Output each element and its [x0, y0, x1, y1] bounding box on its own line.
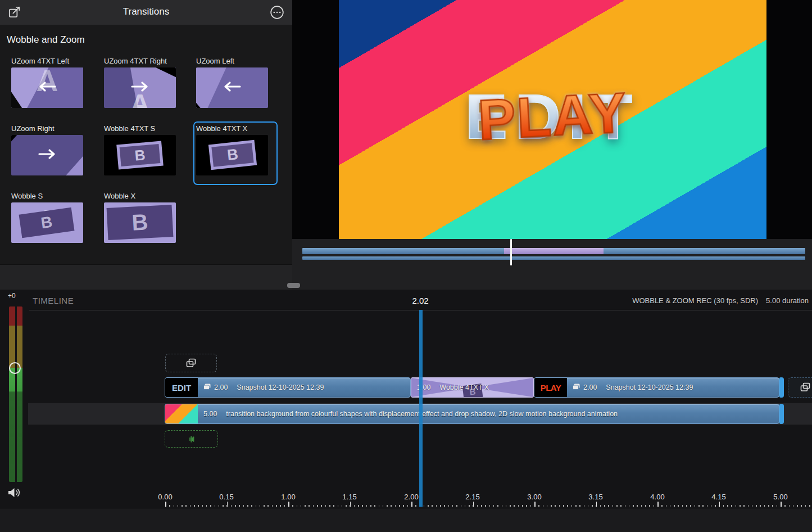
clip-duration: 2.00	[583, 384, 597, 391]
arrow-right-icon	[11, 148, 83, 162]
transition-thumbnail: B	[196, 135, 268, 175]
ruler-label: 4.15	[702, 493, 736, 501]
panel-resize-handle[interactable]	[287, 283, 300, 288]
transition-label: UZoom 4TXT Right	[104, 57, 176, 66]
transition-clip[interactable]: B 1.00 Wobble 4TXT X	[411, 377, 534, 398]
arrow-left-icon	[196, 81, 268, 94]
clip-thumbnail: PLAY	[534, 378, 567, 397]
panel-body: Wobble and Zoom UZoom 4TXT Left A UZoom …	[0, 25, 292, 264]
clip-trim-handle[interactable]	[779, 404, 784, 424]
bottom-toolbar: ?	[0, 508, 812, 532]
transition-label: Wobble X	[104, 192, 176, 201]
panel-title: Transitions	[0, 6, 292, 17]
ruler-label: 0.15	[210, 493, 243, 501]
ruler-label: 0.00	[148, 493, 182, 501]
preview-controls	[292, 239, 812, 290]
clip-duration: 2.00	[214, 384, 228, 391]
ruler-label: 5.00	[764, 493, 797, 501]
ruler-label: 1.00	[271, 493, 305, 501]
transition-item-wobble-x[interactable]: Wobble X B	[104, 192, 176, 243]
ruler-label: 2.00	[394, 493, 428, 501]
background-clip[interactable]: 5.00 transition background from colourfu…	[165, 404, 779, 424]
transition-item-uzoom-4txt-left[interactable]: UZoom 4TXT Left A	[11, 57, 83, 108]
ruler-label: 4.00	[641, 493, 674, 501]
gain-label: +0	[8, 292, 16, 300]
transition-thumbnail: A B	[11, 202, 83, 243]
clip-name: Snapshot 12-10-2025 12:39	[237, 384, 324, 391]
app-window: Transitions Wobble and Zoom UZoom 4TXT L…	[0, 0, 812, 532]
video-preview[interactable]: EDIT PLAY	[339, 0, 766, 239]
arrow-left-icon	[11, 81, 83, 94]
overlay-track-dropzone[interactable]	[165, 354, 217, 372]
speaker-icon[interactable]	[6, 485, 22, 500]
transition-thumbnail: B	[104, 202, 176, 243]
transition-label: Wobble 4TXT S	[104, 124, 176, 133]
clip-name: Snapshot 12-10-2025 12:39	[606, 384, 693, 391]
ruler-label: 3.15	[579, 493, 613, 501]
playhead-time: 2.02	[403, 296, 437, 305]
video-clip-2[interactable]: PLAY 2.00 Snapshot 12-10-2025 12:39	[534, 377, 779, 398]
transition-item-uzoom-4txt-right[interactable]: UZoom 4TXT Right A	[104, 57, 176, 108]
timeline: TIMELINE 2.02 WOBBLE & ZOOM REC (30 fps,…	[0, 290, 812, 508]
transition-thumbnail	[11, 135, 83, 175]
transition-item-wobble-4txt-x[interactable]: Wobble 4TXT X B	[196, 124, 268, 175]
clip-thumbnail: EDIT	[165, 378, 198, 397]
more-options-icon[interactable]	[269, 5, 285, 20]
transition-item-uzoom-left[interactable]: UZoom Left	[196, 57, 268, 108]
transition-item-uzoom-right[interactable]: UZoom Right	[11, 124, 83, 175]
transition-label: Wobble S	[11, 192, 83, 201]
arrow-right-icon	[104, 81, 176, 94]
audio-level-meter	[9, 306, 22, 482]
transition-item-wobble-4txt-s[interactable]: Wobble 4TXT S B	[104, 124, 176, 175]
transition-thumbnail: A	[104, 67, 176, 108]
preview-area: EDIT PLAY	[292, 0, 812, 290]
transition-name: Wobble 4TXT X	[439, 384, 489, 391]
transition-thumbnail: A	[11, 67, 83, 108]
audio-track-dropzone[interactable]	[165, 430, 218, 448]
ruler-label: 1.15	[333, 493, 366, 501]
preview-scrubber[interactable]	[302, 246, 805, 260]
panel-footer	[0, 264, 292, 290]
transition-item-wobble-s[interactable]: Wobble S A B	[11, 192, 83, 243]
photo-icon	[203, 384, 211, 391]
transition-thumbnail	[196, 67, 268, 108]
transition-label: UZoom Left	[196, 57, 268, 66]
project-duration: 5.00 duration	[766, 296, 809, 305]
video-clip-1[interactable]: EDIT 2.00 Snapshot 12-10-2025 12:39	[165, 377, 411, 398]
time-ruler[interactable]	[165, 502, 812, 507]
transition-label: Wobble 4TXT X	[196, 124, 268, 133]
clip-duration: 5.00	[203, 410, 217, 418]
transition-label: UZoom 4TXT Left	[11, 57, 83, 66]
project-info: WOBBLE & ZOOM REC (30 fps, SDR)5.00 dura…	[624, 296, 809, 305]
timeline-label: TIMELINE	[33, 296, 74, 305]
timeline-playhead[interactable]	[419, 310, 423, 507]
ruler-label: 2.15	[456, 493, 489, 501]
transitions-panel: Transitions Wobble and Zoom UZoom 4TXT L…	[0, 0, 292, 290]
preview-playhead[interactable]	[510, 239, 512, 265]
photo-icon	[573, 384, 580, 391]
transition-label: UZoom Right	[11, 124, 83, 133]
scrubber-track-background[interactable]	[302, 256, 805, 260]
scrubber-track-video[interactable]	[302, 248, 805, 254]
scrubber-transition-segment	[504, 248, 604, 254]
transition-thumbnail: B	[104, 135, 176, 175]
panel-header: Transitions	[0, 0, 292, 25]
clip-trim-handle[interactable]	[779, 377, 784, 398]
ruler-label: 3.00	[518, 493, 551, 501]
gain-knob[interactable]	[9, 362, 21, 374]
video-track-end-dropzone[interactable]	[788, 377, 812, 398]
section-title: Wobble and Zoom	[7, 34, 85, 46]
project-name: WOBBLE & ZOOM REC (30 fps, SDR)	[632, 296, 758, 305]
clip-thumbnail	[165, 404, 198, 423]
